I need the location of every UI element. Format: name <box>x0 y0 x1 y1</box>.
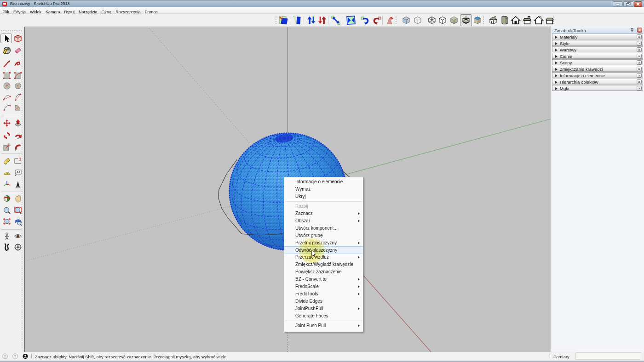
svg-text:A1: A1 <box>17 170 21 174</box>
